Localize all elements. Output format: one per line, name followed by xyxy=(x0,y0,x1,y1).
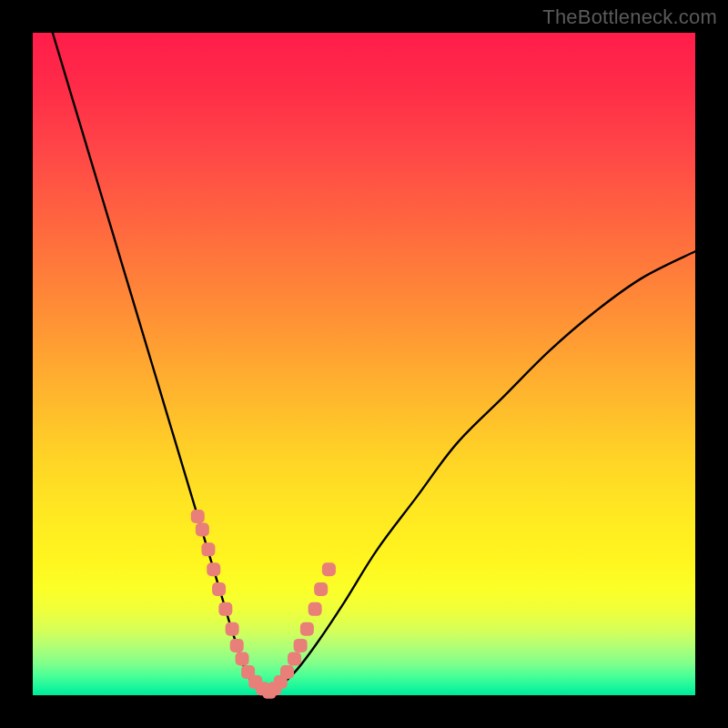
marker-dot xyxy=(314,582,328,596)
curve-svg xyxy=(33,33,695,695)
marker-dot xyxy=(236,652,249,665)
marker-dot xyxy=(218,602,232,616)
highlight-markers xyxy=(191,510,336,699)
marker-dot xyxy=(280,665,294,679)
marker-dot xyxy=(288,652,301,665)
marker-dot xyxy=(230,639,244,652)
marker-dot xyxy=(207,562,220,576)
marker-dot xyxy=(191,510,205,523)
marker-dot xyxy=(196,523,209,537)
marker-dot xyxy=(322,562,336,576)
watermark-text: TheBottleneck.com xyxy=(542,5,717,29)
marker-dot xyxy=(294,639,308,652)
plot-area xyxy=(33,33,695,695)
marker-dot xyxy=(300,622,314,636)
marker-dot xyxy=(212,582,226,596)
marker-dot xyxy=(201,542,215,556)
chart-frame: TheBottleneck.com xyxy=(0,0,728,728)
marker-dot xyxy=(226,622,239,636)
marker-dot xyxy=(308,602,322,616)
bottleneck-curve xyxy=(53,33,695,693)
